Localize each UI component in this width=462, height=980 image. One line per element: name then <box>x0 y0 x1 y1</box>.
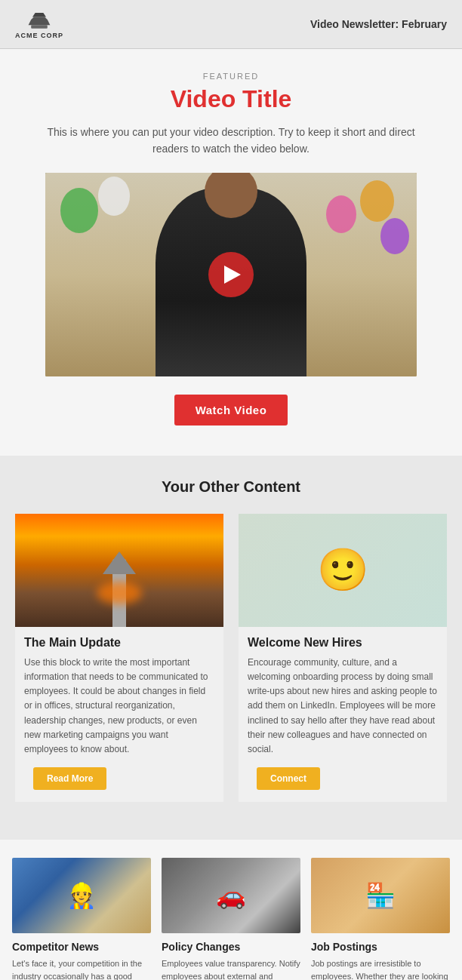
other-content-title: Your Other Content <box>15 478 447 496</box>
balloon-pink <box>326 195 356 233</box>
play-triangle <box>224 266 241 284</box>
main-update-block: The Main Update Use this block to write … <box>15 514 223 802</box>
video-thumbnail[interactable] <box>45 173 417 376</box>
policy-title: Policy Changes <box>162 941 300 953</box>
email-wrapper: ACME CORP Video Newsletter: February FEA… <box>0 0 462 980</box>
competitor-title: Competitor News <box>12 941 151 953</box>
new-hires-connect-button[interactable]: Connect <box>257 767 320 790</box>
watch-video-button[interactable]: Watch Video <box>174 395 288 425</box>
featured-description: This is where you can put your video des… <box>45 124 417 158</box>
balloon-purple <box>380 218 409 254</box>
main-update-content: The Main Update Use this block to write … <box>15 636 223 790</box>
logo-text: ACME CORP <box>15 32 63 39</box>
new-hires-block: 🙂 Welcome New Hires Encourage community,… <box>239 514 447 802</box>
two-col-layout: The Main Update Use this block to write … <box>15 514 447 802</box>
new-hires-title: Welcome New Hires <box>248 636 438 650</box>
main-update-title: The Main Update <box>24 636 214 650</box>
main-update-read-more-button[interactable]: Read More <box>33 767 106 790</box>
jobs-image: 🏪 <box>311 858 450 933</box>
person-head <box>205 173 257 218</box>
featured-section: FEATURED Video Title This is where you c… <box>0 49 462 456</box>
policy-image: 🚗 <box>162 858 300 933</box>
svg-rect-0 <box>31 25 48 29</box>
new-hires-content: Welcome New Hires Encourage community, c… <box>239 636 447 790</box>
play-button[interactable] <box>208 252 254 297</box>
featured-label: FEATURED <box>45 72 417 81</box>
balloon-green <box>60 188 98 233</box>
other-content-section: Your Other Content The Main Update Use t… <box>0 456 462 840</box>
rocket-image <box>15 514 223 627</box>
job-postings-title: Job Postings <box>311 941 450 953</box>
competitor-news-block: 👷 Competitor News Let's face it, your co… <box>12 858 151 980</box>
competitor-text: Let's face it, your competition in the i… <box>12 957 151 980</box>
job-postings-block: 🏪 Job Postings Job postings are irresist… <box>311 858 450 980</box>
worker-image: 🙂 <box>239 514 447 627</box>
header: ACME CORP Video Newsletter: February <box>0 0 462 49</box>
policy-changes-block: 🚗 Policy Changes Employees value transpa… <box>162 858 300 980</box>
balloon-yellow <box>360 180 394 222</box>
featured-title: Video Title <box>45 85 417 113</box>
logo-area: ACME CORP <box>15 9 63 39</box>
anvil-icon <box>26 9 53 30</box>
competitor-image: 👷 <box>12 858 151 933</box>
new-hires-text: Encourage community, culture, and a welc… <box>248 656 438 757</box>
main-update-text: Use this block to write the most importa… <box>24 656 214 757</box>
three-col-layout: 👷 Competitor News Let's face it, your co… <box>12 858 450 980</box>
newsletter-label: Video Newsletter: February <box>310 18 447 30</box>
policy-text: Employees value transparency. Notify emp… <box>162 957 300 980</box>
job-postings-text: Job postings are irresistible to employe… <box>311 957 450 980</box>
three-col-section: 👷 Competitor News Let's face it, your co… <box>0 840 462 980</box>
balloon-white <box>98 177 130 216</box>
